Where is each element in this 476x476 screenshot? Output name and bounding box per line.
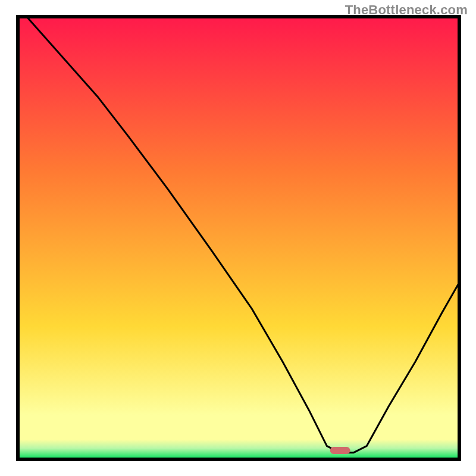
watermark-text: TheBottleneck.com (345, 2, 468, 18)
chart-svg (0, 0, 476, 476)
chart-container: TheBottleneck.com (0, 0, 476, 476)
optimal-marker (330, 447, 350, 454)
plot-background (18, 17, 459, 459)
